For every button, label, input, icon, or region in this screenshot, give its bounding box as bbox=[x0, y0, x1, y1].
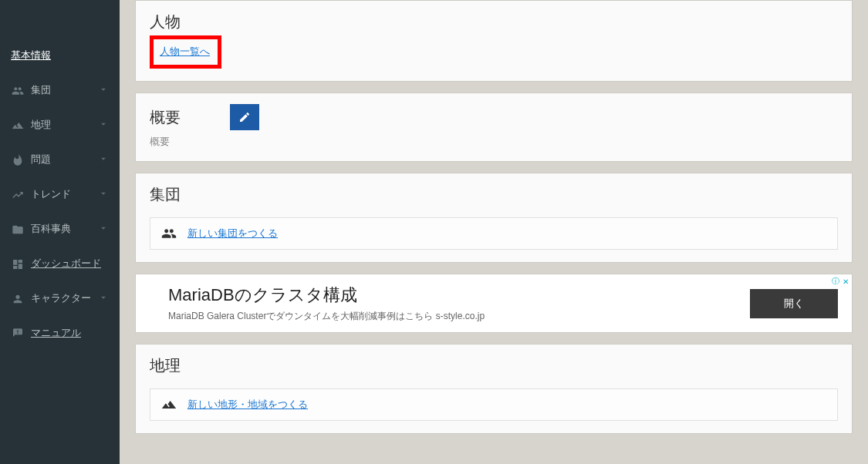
create-group-link[interactable]: 新しい集団をつくる bbox=[187, 227, 278, 240]
ad-card: MariaDBのクラスタ構成 MariaDB Galera Clusterでダウ… bbox=[135, 274, 853, 333]
sidebar-item-character[interactable]: キャラクター bbox=[0, 281, 120, 316]
ad-open-button[interactable]: 開く bbox=[750, 289, 838, 318]
help-icon bbox=[11, 328, 25, 340]
ad-mark[interactable]: ⓘ ✕ bbox=[832, 276, 849, 287]
sidebar-item-label: ダッシュボード bbox=[31, 257, 101, 271]
sidebar-item-label: 百科事典 bbox=[31, 223, 71, 236]
chevron-down-icon bbox=[98, 292, 109, 305]
chevron-down-icon bbox=[98, 153, 109, 166]
sidebar-item-basic-info[interactable]: 基本情報 bbox=[0, 39, 120, 73]
folder-icon bbox=[11, 224, 25, 236]
chevron-down-icon bbox=[98, 223, 109, 236]
people-icon bbox=[11, 85, 25, 97]
fire-icon bbox=[11, 154, 25, 166]
sidebar-item-trend[interactable]: トレンド bbox=[0, 177, 120, 212]
person-title: 人物 bbox=[150, 12, 838, 32]
group-title: 集団 bbox=[150, 184, 838, 205]
create-geo-link[interactable]: 新しい地形・地域をつくる bbox=[187, 398, 308, 412]
highlight-box: 人物一覧へ bbox=[150, 35, 221, 69]
sidebar-item-label: 基本情報 bbox=[11, 49, 51, 62]
sidebar-item-group[interactable]: 集団 bbox=[0, 73, 120, 108]
main-content: 人物 人物一覧へ 概要 概要 集団 新しい集団をつくる MariaDBのクラスタ… bbox=[120, 0, 868, 464]
sidebar-item-dashboard[interactable]: ダッシュボード bbox=[0, 247, 120, 281]
sidebar-item-label: トレンド bbox=[31, 188, 71, 201]
group-action-box: 新しい集団をつくる bbox=[150, 217, 838, 250]
overview-card: 概要 概要 bbox=[135, 92, 853, 162]
ad-info-icon: ⓘ bbox=[832, 276, 839, 287]
ad-sub: MariaDB Galera Clusterでダウンタイムを大幅削減事例はこちら… bbox=[168, 310, 485, 323]
geo-action-box: 新しい地形・地域をつくる bbox=[150, 388, 838, 421]
sidebar-item-label: 問題 bbox=[31, 153, 51, 166]
terrain-icon bbox=[161, 397, 177, 412]
chevron-down-icon bbox=[98, 119, 109, 132]
edit-button[interactable] bbox=[230, 104, 259, 130]
pencil-icon bbox=[238, 111, 251, 123]
geo-card: 地理 新しい地形・地域をつくる bbox=[135, 344, 853, 434]
dashboard-icon bbox=[11, 258, 25, 271]
sidebar-item-label: 集団 bbox=[31, 84, 51, 97]
chevron-down-icon bbox=[98, 84, 109, 97]
person-card: 人物 人物一覧へ bbox=[135, 0, 853, 82]
overview-sub: 概要 bbox=[150, 135, 838, 149]
sidebar-item-label: 地理 bbox=[31, 119, 51, 132]
person-icon bbox=[11, 293, 25, 305]
geo-title: 地理 bbox=[150, 355, 838, 376]
group-card: 集団 新しい集団をつくる bbox=[135, 173, 853, 263]
trending-icon bbox=[11, 189, 25, 201]
sidebar: 基本情報 集団 地理 問題 トレンド bbox=[0, 0, 120, 464]
ad-title: MariaDBのクラスタ構成 bbox=[168, 284, 485, 307]
people-icon bbox=[161, 226, 177, 241]
overview-title: 概要 bbox=[150, 107, 181, 128]
sidebar-item-manual[interactable]: マニュアル bbox=[0, 316, 120, 351]
overview-header: 概要 bbox=[150, 104, 838, 130]
chevron-down-icon bbox=[98, 188, 109, 201]
person-list-link[interactable]: 人物一覧へ bbox=[160, 45, 210, 57]
sidebar-item-encyclopedia[interactable]: 百科事典 bbox=[0, 212, 120, 247]
ad-text: MariaDBのクラスタ構成 MariaDB Galera Clusterでダウ… bbox=[168, 284, 485, 323]
sidebar-item-label: キャラクター bbox=[31, 292, 91, 305]
sidebar-item-geo[interactable]: 地理 bbox=[0, 108, 120, 143]
ad-close-icon[interactable]: ✕ bbox=[843, 277, 849, 286]
terrain-icon bbox=[11, 119, 25, 132]
sidebar-item-label: マニュアル bbox=[31, 327, 81, 340]
sidebar-item-problem[interactable]: 問題 bbox=[0, 143, 120, 177]
